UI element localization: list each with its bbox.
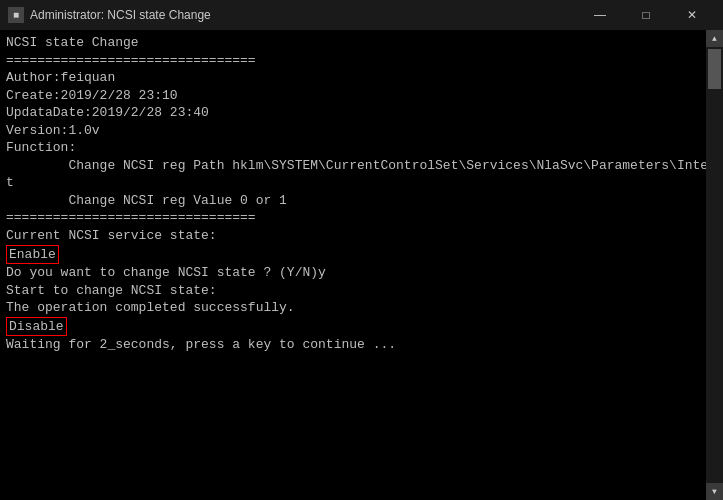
terminal-line: ================================	[6, 52, 700, 70]
terminal-line: Waiting for 2_seconds, press a key to co…	[6, 336, 700, 354]
terminal-line: ================================	[6, 209, 700, 227]
scroll-down-arrow[interactable]: ▼	[706, 483, 723, 500]
terminal-output: NCSI state Change=======================…	[0, 30, 706, 500]
titlebar-title: Administrator: NCSI state Change	[30, 8, 577, 22]
app-icon: ■	[8, 7, 24, 23]
terminal-line: Disable	[6, 317, 700, 337]
terminal-line: Do you want to change NCSI state ? (Y/N)…	[6, 264, 700, 282]
window-controls: — □ ✕	[577, 0, 715, 30]
close-button[interactable]: ✕	[669, 0, 715, 30]
highlighted-value: Enable	[6, 245, 59, 265]
terminal-line: Change NCSI reg Value 0 or 1	[6, 192, 700, 210]
terminal-line: Create:2019/2/28 23:10	[6, 87, 700, 105]
scrollbar-thumb[interactable]	[708, 49, 721, 89]
terminal-line: UpdataDate:2019/2/28 23:40	[6, 104, 700, 122]
terminal-line: Current NCSI service state:	[6, 227, 700, 245]
terminal-line: t	[6, 174, 700, 192]
terminal-line: Start to change NCSI state:	[6, 282, 700, 300]
terminal-line: Function:	[6, 139, 700, 157]
terminal-line: Enable	[6, 245, 700, 265]
titlebar: ■ Administrator: NCSI state Change — □ ✕	[0, 0, 723, 30]
scroll-up-arrow[interactable]: ▲	[706, 30, 723, 47]
terminal-line: The operation completed successfully.	[6, 299, 700, 317]
scrollbar[interactable]: ▲ ▼	[706, 30, 723, 500]
terminal-line: Author:feiquan	[6, 69, 700, 87]
terminal-line: Version:1.0v	[6, 122, 700, 140]
terminal-line: NCSI state Change	[6, 34, 700, 52]
minimize-button[interactable]: —	[577, 0, 623, 30]
terminal-line: Change NCSI reg Path hklm\SYSTEM\Current…	[6, 157, 700, 175]
maximize-button[interactable]: □	[623, 0, 669, 30]
highlighted-value: Disable	[6, 317, 67, 337]
